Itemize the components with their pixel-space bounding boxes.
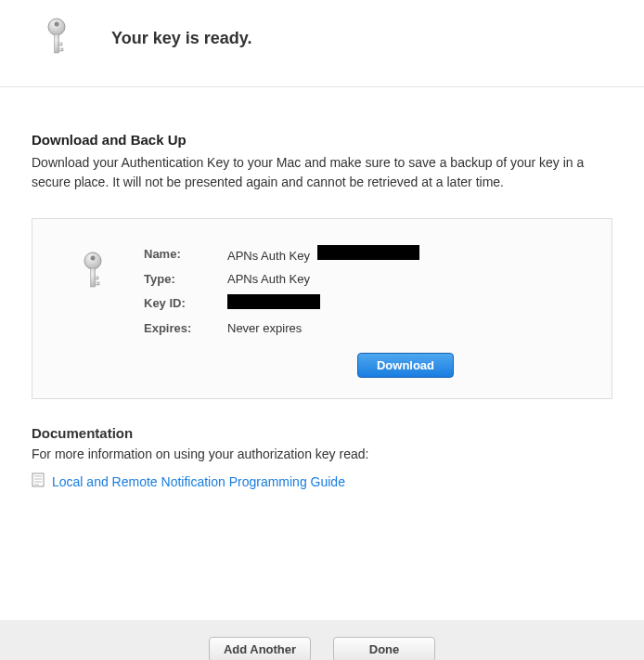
- documentation-section: Documentation For more information on us…: [0, 399, 644, 490]
- name-prefix: APNs Auth Key: [227, 249, 310, 263]
- name-value: APNs Auth Key: [227, 245, 419, 263]
- header: Your key is ready.: [0, 0, 644, 87]
- download-heading: Download and Back Up: [32, 132, 612, 148]
- expires-label: Expires:: [144, 321, 227, 335]
- svg-point-6: [91, 256, 96, 261]
- key-icon: [79, 251, 107, 294]
- key-fields: Name: APNs Auth Key Type: APNs Auth Key …: [144, 245, 584, 378]
- name-label: Name:: [144, 247, 227, 261]
- type-label: Type:: [144, 272, 227, 286]
- svg-rect-3: [58, 43, 62, 45]
- page-title: Your key is ready.: [111, 29, 251, 48]
- expires-value: Never expires: [227, 321, 302, 335]
- key-details-box: Name: APNs Auth Key Type: APNs Auth Key …: [32, 218, 612, 399]
- done-button[interactable]: Done: [333, 637, 435, 660]
- keyid-label: Key ID:: [144, 296, 227, 310]
- document-icon: [32, 472, 45, 490]
- keyid-value: [227, 294, 320, 312]
- svg-rect-4: [58, 48, 63, 51]
- add-another-button[interactable]: Add Another: [209, 637, 311, 660]
- documentation-heading: Documentation: [32, 425, 612, 441]
- svg-point-1: [55, 22, 59, 27]
- redacted-name: [317, 245, 419, 260]
- svg-rect-9: [95, 282, 99, 285]
- svg-point-0: [48, 19, 65, 35]
- documentation-link[interactable]: Local and Remote Notification Programmin…: [52, 474, 345, 489]
- footer: Add Another Done: [0, 620, 644, 660]
- type-value: APNs Auth Key: [227, 272, 310, 286]
- svg-rect-8: [95, 277, 98, 279]
- redacted-keyid: [227, 294, 320, 309]
- svg-point-5: [84, 252, 101, 269]
- download-section: Download and Back Up Download your Authe…: [0, 87, 644, 192]
- documentation-body: For more information on using your autho…: [32, 446, 612, 461]
- key-icon: [43, 17, 71, 60]
- download-body: Download your Authentication Key to your…: [32, 153, 612, 192]
- download-button[interactable]: Download: [357, 353, 454, 378]
